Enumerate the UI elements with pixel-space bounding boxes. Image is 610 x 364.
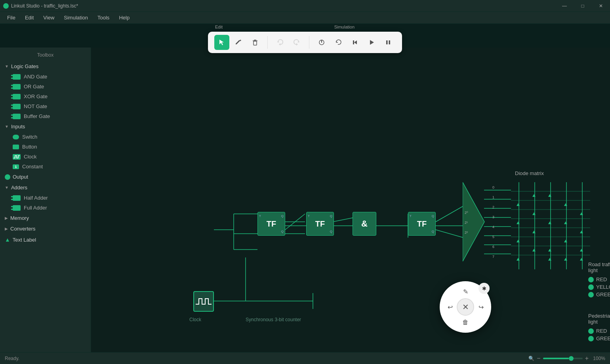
toolbox-xor-gate[interactable]: XOR Gate bbox=[0, 91, 91, 101]
switch-icon bbox=[13, 135, 19, 139]
clock-icon bbox=[13, 154, 21, 160]
close-button[interactable]: ✕ bbox=[592, 0, 610, 12]
constant-icon: 1 bbox=[13, 164, 19, 169]
zoom-in-button[interactable]: + bbox=[585, 355, 589, 362]
toolbar: Edit Simulation bbox=[208, 32, 402, 53]
main-area: Toolbox ▼ Logic Gates AND Gate OR Gate X… bbox=[0, 48, 610, 364]
maximize-button[interactable]: □ bbox=[574, 0, 592, 12]
tf2-label: TF bbox=[315, 219, 325, 229]
ped-green-item: GREEN bbox=[588, 335, 610, 341]
road-traffic-panel: Road traffic light RED YELLOW GREEN bbox=[588, 261, 610, 299]
simulation-tools bbox=[314, 35, 396, 50]
zoom-search-icon: 🔍 bbox=[528, 356, 534, 361]
chevron-memory: ▶ bbox=[5, 216, 8, 220]
menu-help[interactable]: Help bbox=[115, 13, 133, 22]
context-undo-button[interactable]: ↩ bbox=[443, 300, 457, 314]
section-converters-label: Converters bbox=[10, 226, 36, 232]
menu-simulation[interactable]: Simulation bbox=[60, 13, 92, 22]
menu-file[interactable]: File bbox=[3, 13, 19, 22]
chevron-inputs: ▼ bbox=[5, 124, 9, 129]
road-yellow-dot bbox=[588, 284, 594, 290]
app-icon bbox=[3, 3, 9, 9]
tf2-block[interactable]: T Q TF Q bbox=[306, 212, 334, 236]
toolbar-divider-1 bbox=[267, 36, 268, 49]
section-inputs[interactable]: ▼ Inputs bbox=[0, 121, 91, 132]
pause-button[interactable] bbox=[381, 35, 396, 50]
toolbox-switch[interactable]: Switch bbox=[0, 132, 91, 142]
section-adders[interactable]: ▼ Adders bbox=[0, 182, 91, 193]
step-back-button[interactable] bbox=[347, 35, 362, 50]
section-memory[interactable]: ▶ Memory bbox=[0, 213, 91, 223]
context-menu[interactable]: ✱ ✎ ↩ ✕ ↪ 🗑 bbox=[440, 281, 491, 333]
context-redo-button[interactable]: ↪ bbox=[474, 300, 488, 314]
full-adder-icon bbox=[13, 205, 21, 211]
toolbox-or-gate[interactable]: OR Gate bbox=[0, 82, 91, 91]
xor-gate-icon bbox=[13, 94, 21, 99]
toolbox-and-gate[interactable]: AND Gate bbox=[0, 72, 91, 82]
ped-green-dot bbox=[588, 336, 594, 341]
chevron-converters: ▶ bbox=[5, 227, 8, 231]
titlebar: Linkuit Studio - traffic_lights.lsc* — □… bbox=[0, 0, 610, 12]
ped-red-dot bbox=[588, 328, 594, 334]
canvas-area[interactable]: Clock T Q TF Q T Q TF Q & T Q TF Q Synch… bbox=[91, 48, 610, 364]
minimize-button[interactable]: — bbox=[555, 0, 574, 12]
context-edit-button[interactable]: ✎ bbox=[458, 284, 473, 299]
zoom-thumb[interactable] bbox=[569, 356, 574, 361]
zoom-controls: 🔍 − + 100% bbox=[528, 355, 605, 362]
svg-text:2⁰: 2⁰ bbox=[465, 211, 468, 215]
toolbox-buffer-gate[interactable]: Buffer Gate bbox=[0, 111, 91, 121]
section-text-label-label: Text Label bbox=[13, 237, 36, 243]
toolbox-button[interactable]: Button bbox=[0, 142, 91, 152]
tf2-q-pin: Q bbox=[330, 214, 332, 218]
tf3-q-pin: Q bbox=[432, 214, 434, 218]
menu-tools[interactable]: Tools bbox=[93, 13, 113, 22]
and-block[interactable]: & bbox=[353, 212, 376, 236]
decoder-out-3: 3 bbox=[492, 215, 494, 219]
tf3-qbar-pin: Q bbox=[432, 230, 434, 233]
tf3-t-pin: T bbox=[410, 214, 412, 218]
toolbox-not-gate[interactable]: NOT Gate bbox=[0, 101, 91, 111]
play-button[interactable] bbox=[364, 35, 379, 50]
redo-button[interactable] bbox=[289, 35, 304, 50]
zoom-level: 100% bbox=[591, 356, 605, 361]
svg-text:2²: 2² bbox=[465, 231, 468, 234]
section-converters[interactable]: ▶ Converters bbox=[0, 223, 91, 234]
diode-matrix-area bbox=[511, 182, 590, 269]
undo-button[interactable] bbox=[273, 35, 288, 50]
half-adder-icon bbox=[13, 195, 21, 201]
section-logic-gates-label: Logic Gates bbox=[11, 63, 38, 69]
select-button[interactable] bbox=[214, 35, 229, 50]
titlebar-left: Linkuit Studio - traffic_lights.lsc* bbox=[0, 3, 78, 9]
decoder-out-6: 6 bbox=[492, 245, 494, 249]
decoder-out-5: 5 bbox=[492, 235, 494, 239]
power-button[interactable] bbox=[314, 35, 329, 50]
section-output[interactable]: Output bbox=[0, 172, 91, 182]
and-gate-icon bbox=[13, 74, 21, 80]
tf3-block[interactable]: T Q TF Q bbox=[408, 212, 436, 236]
toolbox-half-adder[interactable]: Half Adder bbox=[0, 193, 91, 203]
decoder-out-1: 1 bbox=[492, 195, 494, 199]
toolbar-divider-2 bbox=[309, 36, 309, 49]
zoom-slider[interactable] bbox=[543, 358, 583, 359]
diode-matrix-label: Diode matrix bbox=[515, 170, 544, 176]
context-delete-button[interactable]: 🗑 bbox=[458, 315, 473, 330]
decoder-out-4: 4 bbox=[492, 225, 494, 229]
section-logic-gates[interactable]: ▼ Logic Gates bbox=[0, 61, 91, 72]
menu-edit[interactable]: Edit bbox=[21, 13, 38, 22]
draw-button[interactable] bbox=[231, 35, 246, 50]
context-close-button[interactable]: ✕ bbox=[457, 298, 474, 316]
menu-view[interactable]: View bbox=[39, 13, 58, 22]
tf1-block[interactable]: T Q TF Q bbox=[257, 212, 285, 236]
toolbox-constant[interactable]: 1 Constant bbox=[0, 162, 91, 172]
toolbox-clock[interactable]: Clock bbox=[0, 152, 91, 162]
section-adders-label: Adders bbox=[11, 185, 27, 191]
context-corner-button[interactable]: ✱ bbox=[478, 283, 490, 294]
toolbox-full-adder[interactable]: Full Adder bbox=[0, 203, 91, 213]
section-text-label[interactable]: ▲ Text Label bbox=[0, 234, 91, 245]
status-text: Ready. bbox=[5, 356, 19, 361]
section-memory-label: Memory bbox=[10, 215, 29, 221]
titlebar-controls[interactable]: — □ ✕ bbox=[555, 0, 610, 12]
delete-button[interactable] bbox=[248, 35, 263, 50]
reset-button[interactable] bbox=[331, 35, 346, 50]
zoom-out-button[interactable]: − bbox=[537, 355, 540, 362]
